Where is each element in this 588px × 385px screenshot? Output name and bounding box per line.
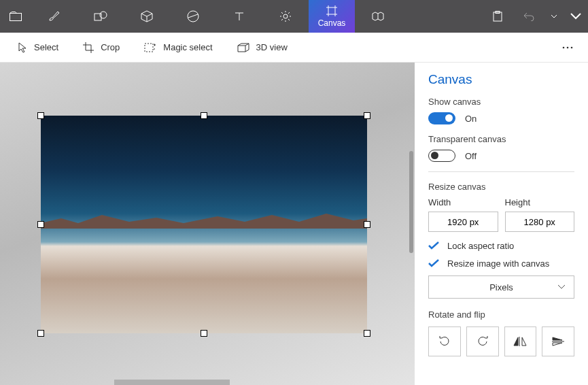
svg-rect-0: [10, 14, 22, 21]
3d-view-icon: [237, 43, 249, 52]
magic-select-tool[interactable]: Magic select: [132, 33, 224, 63]
text-button[interactable]: [216, 0, 262, 33]
transparent-canvas-label: Transparent canvas: [428, 134, 574, 144]
resize-handle-tl[interactable]: [38, 113, 44, 118]
main-area: Canvas Show canvas On Transparent canvas…: [0, 63, 588, 385]
transparent-canvas-toggle[interactable]: [428, 150, 455, 162]
rotate-flip-label: Rotate and flip: [428, 309, 574, 320]
canvas-image[interactable]: [41, 116, 367, 333]
3d-view-tool[interactable]: 3D view: [225, 33, 300, 63]
plus-icon: [533, 43, 542, 52]
horizontal-scrollbar[interactable]: [114, 380, 230, 385]
resize-handle-tm[interactable]: [201, 113, 207, 118]
canvas-tab[interactable]: Canvas: [309, 0, 355, 33]
magic-select-label: Magic select: [163, 42, 212, 52]
units-value: Pixels: [489, 282, 513, 292]
height-input[interactable]: [505, 212, 575, 232]
sticker-icon: [187, 10, 199, 22]
resize-handle-ml[interactable]: [38, 222, 44, 227]
more-button[interactable]: [553, 33, 583, 63]
flip-vertical-button[interactable]: [542, 327, 574, 356]
svg-rect-7: [145, 44, 153, 52]
crop-label: Crop: [101, 42, 120, 52]
3d-view-label: 3D view: [256, 42, 288, 52]
library-icon: [371, 11, 385, 22]
crop-tool[interactable]: Crop: [71, 33, 132, 63]
text-icon: [234, 11, 245, 22]
flip-vertical-icon: [551, 336, 565, 347]
resize-image-label: Resize image with canvas: [447, 258, 549, 269]
rotate-right-button[interactable]: [466, 327, 499, 356]
side-panel: Canvas Show canvas On Transparent canvas…: [415, 63, 588, 385]
brushes-button[interactable]: [31, 0, 77, 33]
units-select[interactable]: Pixels: [428, 275, 574, 299]
show-canvas-toggle[interactable]: [428, 112, 455, 124]
3d-shapes-button[interactable]: [124, 0, 170, 33]
rotate-left-button[interactable]: [428, 327, 461, 356]
show-canvas-state: On: [465, 114, 477, 124]
panel-title: Canvas: [428, 72, 574, 87]
image-horizon: [41, 208, 367, 229]
canvas-icon: [326, 5, 338, 17]
brush-icon: [48, 10, 61, 22]
svg-point-9: [567, 46, 569, 48]
magic-select-icon: [144, 43, 156, 52]
width-label: Width: [428, 197, 498, 207]
width-input[interactable]: [428, 212, 498, 232]
resize-handle-tr[interactable]: [364, 113, 370, 118]
cube-icon: [141, 10, 153, 22]
resize-image-checkbox[interactable]: [428, 258, 439, 269]
show-canvas-label: Show canvas: [428, 97, 574, 107]
zoom-in-button[interactable]: [523, 33, 553, 63]
folder-icon: [10, 12, 22, 21]
zoom-out-button[interactable]: [493, 33, 523, 63]
canvas-tab-label: Canvas: [318, 18, 346, 28]
history-dropdown[interactable]: [544, 0, 564, 33]
select-label: Select: [34, 42, 58, 52]
3d-library-button[interactable]: [355, 0, 401, 33]
crop-icon: [83, 42, 94, 53]
transparent-canvas-state: Off: [465, 151, 477, 161]
sun-icon: [279, 10, 292, 22]
undo-button[interactable]: [513, 0, 544, 33]
resize-canvas-label: Resize canvas: [428, 182, 574, 192]
top-ribbon: Canvas: [0, 0, 588, 33]
rotate-left-icon: [438, 335, 451, 348]
paste-button[interactable]: [482, 0, 513, 33]
resize-handle-bm[interactable]: [201, 331, 207, 336]
canvas-workspace[interactable]: [0, 63, 415, 385]
select-tool[interactable]: Select: [5, 33, 71, 63]
ellipsis-icon: [562, 46, 573, 49]
rotate-right-icon: [476, 335, 489, 348]
svg-point-8: [563, 46, 565, 48]
stickers-button[interactable]: [170, 0, 216, 33]
secondary-toolbar: Select Crop Magic select 3D view: [0, 33, 588, 63]
chevron-down-icon: [557, 284, 566, 290]
chevron-down-icon: [570, 13, 581, 20]
shapes-2d-icon: [94, 11, 107, 22]
svg-point-10: [571, 46, 573, 48]
divider: [428, 171, 574, 172]
svg-point-4: [283, 14, 288, 18]
flip-horizontal-icon: [513, 336, 527, 347]
minus-icon: [503, 43, 513, 52]
vertical-scrollbar[interactable]: [409, 151, 413, 253]
resize-handle-mr[interactable]: [364, 222, 370, 227]
resize-handle-br[interactable]: [364, 331, 370, 336]
canvas-frame[interactable]: [41, 116, 367, 333]
lock-aspect-checkbox[interactable]: [428, 240, 439, 251]
effects-button[interactable]: [262, 0, 309, 33]
flip-horizontal-button[interactable]: [504, 327, 537, 356]
ribbon-spacer: [401, 0, 482, 33]
menu-button[interactable]: [0, 0, 31, 33]
expand-button[interactable]: [564, 0, 588, 33]
resize-handle-bl[interactable]: [38, 331, 44, 336]
pointer-icon: [18, 42, 27, 53]
caret-down-icon: [551, 14, 557, 18]
lock-aspect-label: Lock aspect ratio: [447, 241, 514, 251]
clipboard-icon: [493, 11, 502, 22]
2d-shapes-button[interactable]: [77, 0, 124, 33]
height-label: Height: [505, 197, 575, 207]
undo-icon: [523, 12, 535, 21]
